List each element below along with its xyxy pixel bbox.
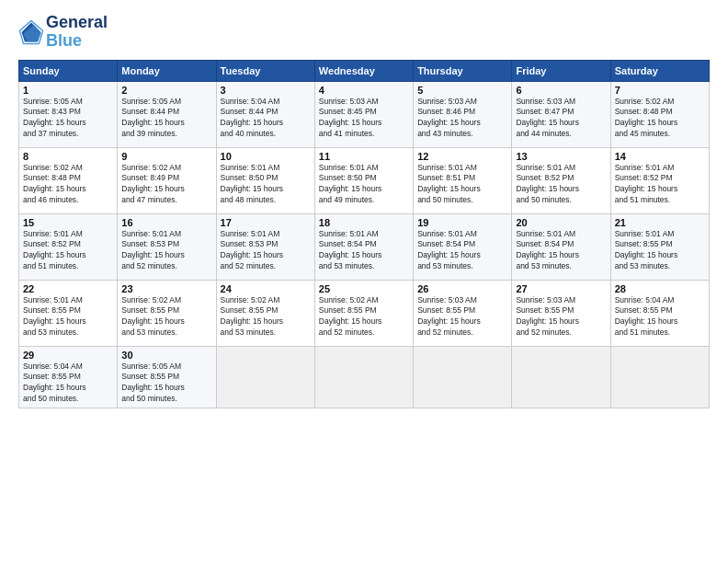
day-number: 24 [221, 283, 311, 294]
day-number: 1 [23, 85, 113, 96]
calendar-cell: 29Sunrise: 5:04 AM Sunset: 8:55 PM Dayli… [19, 346, 118, 408]
calendar-cell [414, 346, 512, 408]
day-number: 2 [121, 85, 211, 96]
calendar-cell [512, 346, 610, 408]
header: General Blue [18, 14, 710, 51]
day-number: 4 [319, 85, 409, 96]
day-header-saturday: Saturday [610, 60, 709, 81]
day-info: Sunrise: 5:03 AM Sunset: 8:46 PM Dayligh… [417, 97, 507, 141]
day-header-wednesday: Wednesday [314, 60, 413, 81]
day-info: Sunrise: 5:02 AM Sunset: 8:55 PM Dayligh… [221, 295, 311, 339]
calendar-table: SundayMondayTuesdayWednesdayThursdayFrid… [18, 60, 710, 409]
day-number: 16 [121, 217, 211, 228]
calendar-cell: 25Sunrise: 5:02 AM Sunset: 8:55 PM Dayli… [314, 280, 413, 346]
day-header-tuesday: Tuesday [216, 60, 314, 81]
day-info: Sunrise: 5:03 AM Sunset: 8:47 PM Dayligh… [516, 97, 606, 141]
day-number: 30 [121, 350, 211, 361]
calendar-cell: 5Sunrise: 5:03 AM Sunset: 8:46 PM Daylig… [414, 81, 512, 147]
day-number: 20 [516, 217, 606, 228]
day-info: Sunrise: 5:01 AM Sunset: 8:54 PM Dayligh… [417, 229, 507, 273]
day-number: 23 [121, 283, 211, 294]
calendar-cell: 9Sunrise: 5:02 AM Sunset: 8:49 PM Daylig… [118, 147, 216, 213]
day-info: Sunrise: 5:01 AM Sunset: 8:54 PM Dayligh… [516, 229, 606, 273]
calendar-cell: 14Sunrise: 5:01 AM Sunset: 8:52 PM Dayli… [610, 147, 709, 213]
day-info: Sunrise: 5:04 AM Sunset: 8:55 PM Dayligh… [615, 295, 705, 339]
calendar-cell: 20Sunrise: 5:01 AM Sunset: 8:54 PM Dayli… [512, 213, 610, 280]
day-info: Sunrise: 5:01 AM Sunset: 8:53 PM Dayligh… [121, 229, 211, 273]
day-number: 19 [417, 217, 507, 228]
day-number: 12 [417, 151, 507, 162]
calendar-cell: 7Sunrise: 5:02 AM Sunset: 8:48 PM Daylig… [610, 81, 709, 147]
day-info: Sunrise: 5:03 AM Sunset: 8:45 PM Dayligh… [319, 97, 409, 141]
day-number: 3 [221, 85, 311, 96]
day-number: 18 [319, 217, 409, 228]
day-number: 21 [615, 217, 705, 228]
calendar-cell: 19Sunrise: 5:01 AM Sunset: 8:54 PM Dayli… [414, 213, 512, 280]
calendar-cell [610, 346, 709, 408]
calendar-cell: 2Sunrise: 5:05 AM Sunset: 8:44 PM Daylig… [118, 81, 216, 147]
day-number: 14 [615, 151, 705, 162]
calendar-cell: 17Sunrise: 5:01 AM Sunset: 8:53 PM Dayli… [216, 213, 314, 280]
logo-text: General Blue [46, 14, 108, 51]
day-number: 22 [23, 283, 113, 294]
week-row-1: 1Sunrise: 5:05 AM Sunset: 8:43 PM Daylig… [19, 81, 710, 147]
day-number: 25 [319, 283, 409, 294]
day-info: Sunrise: 5:05 AM Sunset: 8:44 PM Dayligh… [121, 97, 211, 141]
day-info: Sunrise: 5:02 AM Sunset: 8:55 PM Dayligh… [121, 295, 211, 339]
calendar-cell: 26Sunrise: 5:03 AM Sunset: 8:55 PM Dayli… [414, 280, 512, 346]
day-number: 5 [417, 85, 507, 96]
calendar-cell: 27Sunrise: 5:03 AM Sunset: 8:55 PM Dayli… [512, 280, 610, 346]
week-row-2: 8Sunrise: 5:02 AM Sunset: 8:48 PM Daylig… [19, 147, 710, 213]
day-number: 6 [516, 85, 606, 96]
day-info: Sunrise: 5:02 AM Sunset: 8:49 PM Dayligh… [121, 163, 211, 207]
calendar-cell: 1Sunrise: 5:05 AM Sunset: 8:43 PM Daylig… [19, 81, 118, 147]
day-number: 10 [221, 151, 311, 162]
calendar-cell: 11Sunrise: 5:01 AM Sunset: 8:50 PM Dayli… [314, 147, 413, 213]
day-number: 27 [516, 283, 606, 294]
logo-icon [18, 19, 44, 45]
day-number: 8 [23, 151, 113, 162]
day-number: 29 [23, 350, 113, 361]
week-row-5: 29Sunrise: 5:04 AM Sunset: 8:55 PM Dayli… [19, 346, 710, 408]
day-number: 26 [417, 283, 507, 294]
calendar-cell [314, 346, 413, 408]
calendar-cell: 3Sunrise: 5:04 AM Sunset: 8:44 PM Daylig… [216, 81, 314, 147]
day-info: Sunrise: 5:01 AM Sunset: 8:50 PM Dayligh… [319, 163, 409, 207]
calendar-cell: 16Sunrise: 5:01 AM Sunset: 8:53 PM Dayli… [118, 213, 216, 280]
calendar-cell: 13Sunrise: 5:01 AM Sunset: 8:52 PM Dayli… [512, 147, 610, 213]
day-info: Sunrise: 5:04 AM Sunset: 8:44 PM Dayligh… [221, 97, 311, 141]
calendar-cell: 6Sunrise: 5:03 AM Sunset: 8:47 PM Daylig… [512, 81, 610, 147]
calendar-header-row: SundayMondayTuesdayWednesdayThursdayFrid… [19, 60, 710, 81]
day-info: Sunrise: 5:01 AM Sunset: 8:51 PM Dayligh… [417, 163, 507, 207]
page: General Blue SundayMondayTuesdayWednesda… [0, 0, 728, 563]
calendar-cell: 30Sunrise: 5:05 AM Sunset: 8:55 PM Dayli… [118, 346, 216, 408]
day-number: 7 [615, 85, 705, 96]
calendar-cell: 8Sunrise: 5:02 AM Sunset: 8:48 PM Daylig… [19, 147, 118, 213]
day-number: 13 [516, 151, 606, 162]
calendar-cell: 22Sunrise: 5:01 AM Sunset: 8:55 PM Dayli… [19, 280, 118, 346]
day-info: Sunrise: 5:03 AM Sunset: 8:55 PM Dayligh… [417, 295, 507, 339]
day-info: Sunrise: 5:02 AM Sunset: 8:48 PM Dayligh… [23, 163, 113, 207]
calendar-cell [216, 346, 314, 408]
day-info: Sunrise: 5:01 AM Sunset: 8:50 PM Dayligh… [221, 163, 311, 207]
day-info: Sunrise: 5:03 AM Sunset: 8:55 PM Dayligh… [516, 295, 606, 339]
logo: General Blue [18, 14, 108, 51]
calendar-cell: 24Sunrise: 5:02 AM Sunset: 8:55 PM Dayli… [216, 280, 314, 346]
day-header-monday: Monday [118, 60, 216, 81]
day-info: Sunrise: 5:01 AM Sunset: 8:52 PM Dayligh… [516, 163, 606, 207]
day-header-friday: Friday [512, 60, 610, 81]
day-number: 28 [615, 283, 705, 294]
day-info: Sunrise: 5:05 AM Sunset: 8:55 PM Dayligh… [121, 362, 211, 406]
day-header-sunday: Sunday [19, 60, 118, 81]
day-info: Sunrise: 5:04 AM Sunset: 8:55 PM Dayligh… [23, 362, 113, 406]
day-info: Sunrise: 5:01 AM Sunset: 8:53 PM Dayligh… [221, 229, 311, 273]
calendar-cell: 12Sunrise: 5:01 AM Sunset: 8:51 PM Dayli… [414, 147, 512, 213]
day-info: Sunrise: 5:01 AM Sunset: 8:54 PM Dayligh… [319, 229, 409, 273]
calendar-cell: 28Sunrise: 5:04 AM Sunset: 8:55 PM Dayli… [610, 280, 709, 346]
day-info: Sunrise: 5:02 AM Sunset: 8:48 PM Dayligh… [615, 97, 705, 141]
week-row-4: 22Sunrise: 5:01 AM Sunset: 8:55 PM Dayli… [19, 280, 710, 346]
calendar-cell: 15Sunrise: 5:01 AM Sunset: 8:52 PM Dayli… [19, 213, 118, 280]
day-info: Sunrise: 5:01 AM Sunset: 8:52 PM Dayligh… [23, 229, 113, 273]
day-number: 11 [319, 151, 409, 162]
day-number: 17 [221, 217, 311, 228]
